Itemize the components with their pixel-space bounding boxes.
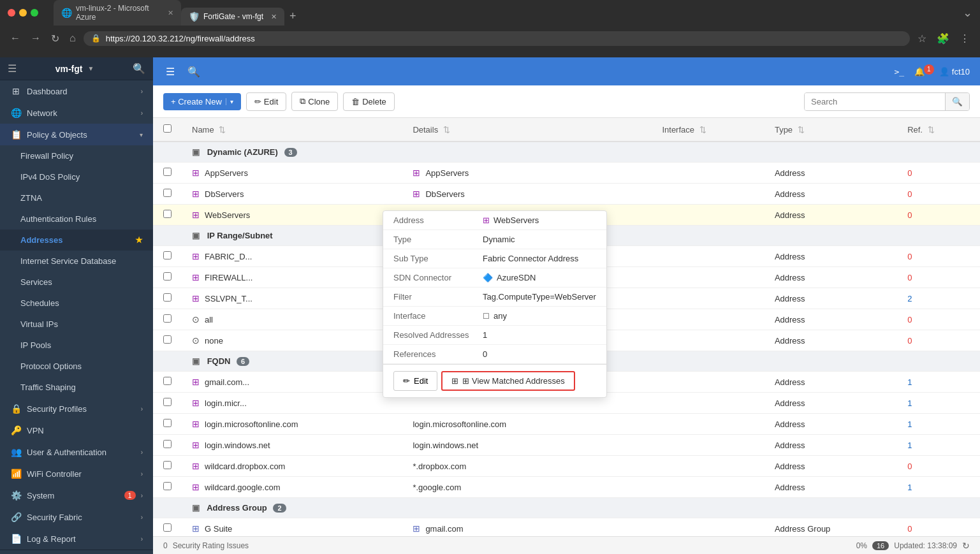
refresh-button[interactable]: ↻ [962,541,970,551]
forward-button[interactable]: → [28,30,43,47]
row-checkbox[interactable] [163,335,172,344]
table-row[interactable]: ⊞login.microsoftonline.com login.microso… [153,414,980,435]
minimize-dot[interactable] [19,9,27,17]
group-expand-icon[interactable]: ▣ [192,147,200,157]
tab-azure-close[interactable]: ✕ [168,9,173,17]
clone-button[interactable]: ⧉ Clone [291,92,338,111]
create-new-button[interactable]: + Create New ▾ [163,93,241,110]
tab-azure[interactable]: 🌐 vm-linux-2 - Microsoft Azure ✕ [54,0,181,26]
row-checkbox[interactable] [163,461,172,469]
row-ref-link[interactable]: 0 [907,336,912,346]
row-ref-link[interactable]: 0 [907,168,912,178]
th-details[interactable]: Details ⇅ [402,118,652,142]
row-checkbox[interactable] [163,293,172,302]
sidebar-item-dashboard[interactable]: ⊞ Dashboard › [0,80,153,102]
th-checkbox[interactable] [153,118,182,142]
extensions-button[interactable]: 🧩 [934,30,952,47]
table-row[interactable]: ⊞AppServers ⊞AppServers Address 0 [153,163,980,184]
row-ref-link[interactable]: 0 [907,462,912,471]
sidebar-item-ipv4-dos[interactable]: IPv4 DoS Policy [0,166,153,187]
row-checkbox[interactable] [163,210,172,218]
row-checkbox[interactable] [163,377,172,385]
row-ref-link[interactable]: 0 [907,252,912,261]
sidebar-item-traffic-shaping[interactable]: Traffic Shaping [0,377,153,398]
tab-fortigate-close[interactable]: ✕ [271,13,277,21]
row-checkbox[interactable] [163,419,172,427]
table-row[interactable]: ⊞wildcard.google.com *.google.com Addres… [153,477,980,498]
row-checkbox[interactable] [163,251,172,259]
dropdown-arrow-icon[interactable]: ⌄ [963,6,972,20]
back-button[interactable]: ← [8,30,23,47]
row-checkbox[interactable] [163,314,172,323]
row-ref-link[interactable]: 0 [907,524,912,534]
sidebar-item-ztna[interactable]: ZTNA [0,187,153,208]
sidebar-item-auth-rules[interactable]: Authentication Rules [0,208,153,230]
group-header-address-group[interactable]: ▣ Address Group 2 [153,498,980,518]
row-ref-link[interactable]: 1 [907,398,912,408]
home-button[interactable]: ⌂ [67,30,78,47]
row-checkbox[interactable] [163,482,172,490]
sidebar-item-schedules[interactable]: Schedules [0,293,153,314]
row-checkbox[interactable] [163,272,172,281]
delete-button[interactable]: 🗑 Delete [343,92,395,111]
add-tab-button[interactable]: + [284,7,302,26]
user-menu[interactable]: 👤 fct10 [939,67,970,77]
bell-notification[interactable]: 🔔 1 ▾ [914,67,932,77]
menu-toggle-button[interactable]: ☰ [163,63,177,80]
row-checkbox[interactable] [163,189,172,197]
sidebar-toggle-button[interactable]: ☰ [8,62,17,75]
th-type[interactable]: Type ⇅ [764,118,897,142]
popup-view-matched-button[interactable]: ⊞ ⊞ View Matched Addresses [441,371,574,391]
search-input[interactable] [805,93,945,110]
group-header-dynamic-azure[interactable]: ▣ Dynamic (AZURE) 3 [153,142,980,163]
cli-button[interactable]: >_ [892,64,907,79]
row-ref-link[interactable]: 0 [907,273,912,282]
sidebar-item-system[interactable]: ⚙️ System 1 › [0,485,153,506]
row-ref-link[interactable]: 2 [907,294,912,303]
sidebar-item-security-profiles[interactable]: 🔒 Security Profiles › [0,398,153,419]
sidebar-item-policy-objects[interactable]: 📋 Policy & Objects ▾ [0,124,153,145]
row-checkbox[interactable] [163,523,172,532]
sidebar-item-firewall-policy[interactable]: Firewall Policy [0,145,153,166]
th-ref[interactable]: Ref. ⇅ [897,118,980,142]
browser-menu-button[interactable]: ⋮ [957,30,972,47]
global-search-button[interactable]: 🔍 [185,63,203,80]
sidebar-item-user-auth[interactable]: 👥 User & Authentication › [0,441,153,463]
group-expand-icon[interactable]: ▣ [192,356,200,366]
table-row[interactable]: ⊞wildcard.dropbox.com *.dropbox.com Addr… [153,456,980,477]
close-dot[interactable] [8,9,15,17]
table-row[interactable]: ⊞DbServers ⊞DbServers Address 0 [153,184,980,205]
row-ref-link[interactable]: 0 [907,210,912,220]
sidebar-item-vpn[interactable]: 🔑 VPN [0,419,153,441]
group-expand-icon[interactable]: ▣ [192,503,200,513]
sidebar-item-network[interactable]: 🌐 Network › [0,102,153,124]
maximize-dot[interactable] [31,9,38,17]
url-input[interactable] [106,34,902,43]
row-ref-link[interactable]: 0 [907,189,912,199]
th-interface[interactable]: Interface ⇅ [652,118,764,142]
refresh-button[interactable]: ↻ [48,30,62,47]
row-ref-link[interactable]: 1 [907,419,912,429]
th-name[interactable]: Name ⇅ [182,118,402,142]
sidebar-item-isd[interactable]: Internet Service Database [0,251,153,272]
sidebar-item-virtual-ips[interactable]: Virtual IPs [0,314,153,335]
row-checkbox[interactable] [163,168,172,176]
sidebar-item-protocol-options[interactable]: Protocol Options [0,356,153,377]
edit-button[interactable]: ✏ Edit [246,92,286,111]
row-ref-link[interactable]: 1 [907,441,912,450]
row-checkbox[interactable] [163,398,172,406]
row-ref-link[interactable]: 1 [907,377,912,387]
table-row[interactable]: ⊞G Suite ⊞gmail.com Address Group 0 [153,518,980,537]
search-submit-button[interactable]: 🔍 [945,93,969,110]
table-row[interactable]: ⊞login.windows.net login.windows.net Add… [153,435,980,456]
popup-edit-button[interactable]: ✏ Edit [393,371,437,391]
bookmark-button[interactable]: ☆ [915,30,929,47]
sidebar-item-security-fabric[interactable]: 🔗 Security Fabric › [0,506,153,528]
sidebar-item-log-report[interactable]: 📄 Log & Report › [0,528,153,550]
tab-fortigate[interactable]: 🛡️ FortiGate - vm-fgt ✕ [181,8,284,26]
select-all-checkbox[interactable] [163,124,172,133]
row-checkbox[interactable] [163,440,172,448]
sidebar-search-button[interactable]: 🔍 [133,62,145,75]
row-ref-link[interactable]: 1 [907,483,912,492]
sidebar-item-ip-pools[interactable]: IP Pools [0,335,153,356]
